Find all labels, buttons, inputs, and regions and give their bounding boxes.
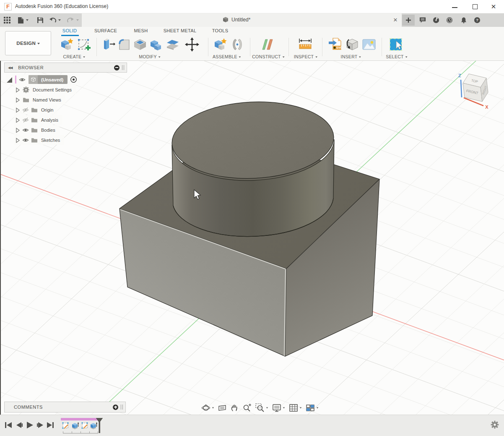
tab-mesh[interactable]: MESH bbox=[134, 28, 148, 33]
display-settings-button[interactable] bbox=[272, 403, 285, 413]
step-forward-button[interactable] bbox=[36, 421, 44, 429]
close-button[interactable]: ✕ bbox=[487, 2, 500, 12]
look-at-button[interactable] bbox=[218, 404, 226, 412]
create-primitive-button[interactable] bbox=[59, 37, 74, 52]
model-body[interactable] bbox=[120, 99, 379, 356]
viewports-button[interactable] bbox=[306, 403, 319, 413]
root-document-chip[interactable]: (Unsaved) bbox=[29, 75, 68, 84]
browser-item-analysis[interactable]: Analysis bbox=[14, 115, 62, 125]
combine-button[interactable] bbox=[148, 37, 164, 52]
orbit-caret[interactable] bbox=[212, 407, 214, 409]
go-to-start-button[interactable] bbox=[4, 421, 13, 429]
root-visibility-eye-icon[interactable] bbox=[19, 76, 26, 83]
viewport-canvas[interactable] bbox=[0, 61, 504, 415]
expand-icon[interactable] bbox=[14, 107, 21, 113]
zoom-window-caret[interactable] bbox=[266, 407, 268, 409]
browser-grip[interactable] bbox=[122, 65, 124, 70]
feedback-icon[interactable] bbox=[419, 17, 426, 23]
browser-root-row[interactable]: (Unsaved) bbox=[6, 74, 80, 85]
expand-icon[interactable] bbox=[14, 137, 21, 144]
viewcube[interactable]: TOP FRONT RIGHT Z X bbox=[455, 67, 501, 113]
minimize-button[interactable] bbox=[449, 2, 461, 12]
document-tab[interactable]: Untitled* ✕ bbox=[82, 13, 402, 27]
new-component-button[interactable] bbox=[212, 37, 227, 52]
comments-add-icon[interactable] bbox=[113, 405, 118, 410]
redo-caret[interactable] bbox=[76, 19, 79, 21]
help-icon[interactable]: ? bbox=[474, 17, 481, 23]
play-button[interactable] bbox=[26, 421, 34, 429]
root-expand-icon[interactable] bbox=[6, 76, 13, 83]
group-label-insert[interactable]: INSERT bbox=[340, 54, 361, 59]
root-activate-radio[interactable] bbox=[70, 76, 77, 83]
browser-minus-icon[interactable] bbox=[114, 65, 120, 70]
save-button[interactable] bbox=[37, 17, 44, 23]
fillet-button[interactable] bbox=[117, 37, 132, 52]
create-sketch-button[interactable] bbox=[76, 37, 91, 52]
timeline-settings-gear-icon[interactable] bbox=[491, 420, 499, 429]
move-button[interactable] bbox=[184, 37, 200, 52]
display-settings-caret[interactable] bbox=[283, 407, 285, 409]
tab-solid[interactable]: SOLID bbox=[62, 28, 77, 33]
group-label-select[interactable]: SELECT bbox=[386, 54, 408, 59]
comments-grip[interactable] bbox=[121, 405, 123, 410]
select-button[interactable] bbox=[388, 37, 403, 52]
undo-button[interactable] bbox=[49, 17, 56, 23]
zoom-window-button[interactable] bbox=[255, 403, 268, 413]
expand-icon[interactable] bbox=[14, 117, 21, 123]
expand-icon[interactable] bbox=[14, 86, 21, 93]
canvas-button[interactable] bbox=[361, 37, 377, 52]
timeline-sketch-2[interactable] bbox=[81, 421, 89, 430]
redo-button[interactable] bbox=[67, 17, 74, 23]
new-tab-button[interactable] bbox=[402, 15, 415, 26]
pan-button[interactable] bbox=[230, 404, 239, 412]
apps-grid-button[interactable] bbox=[4, 17, 11, 24]
browser-item-bodies[interactable]: Bodies bbox=[14, 125, 60, 135]
step-back-button[interactable] bbox=[15, 421, 23, 429]
tab-surface[interactable]: SURFACE bbox=[94, 28, 117, 33]
measure-button[interactable] bbox=[298, 37, 313, 52]
press-pull-button[interactable] bbox=[101, 37, 116, 52]
visibility-off-icon[interactable] bbox=[22, 117, 29, 123]
grid-display-caret[interactable] bbox=[300, 407, 302, 409]
maximize-button[interactable] bbox=[469, 2, 481, 12]
expand-icon[interactable] bbox=[14, 127, 21, 133]
zoom-button[interactable] bbox=[242, 403, 252, 413]
undo-caret[interactable] bbox=[58, 19, 61, 21]
timeline-extrude-1[interactable] bbox=[71, 421, 80, 430]
go-to-end-button[interactable] bbox=[46, 421, 55, 429]
extensions-icon[interactable] bbox=[433, 17, 439, 23]
group-label-construct[interactable]: CONSTRUCT bbox=[252, 54, 285, 59]
browser-panel-header[interactable]: ◀◀ BROWSER bbox=[4, 63, 127, 73]
browser-item-document-settings[interactable]: Document Settings bbox=[14, 85, 76, 94]
tab-sheet-metal[interactable]: SHEET METAL bbox=[164, 28, 197, 33]
browser-item-origin[interactable]: Origin bbox=[14, 105, 57, 115]
document-tab-close-icon[interactable]: ✕ bbox=[392, 17, 399, 23]
orbit-button[interactable] bbox=[201, 403, 214, 413]
workspace-selector-button[interactable]: DESIGN bbox=[5, 31, 51, 55]
insert-mesh-button[interactable] bbox=[345, 37, 360, 52]
notifications-icon[interactable] bbox=[460, 17, 467, 23]
insert-svg-button[interactable]: SVG bbox=[328, 37, 343, 52]
visibility-off-icon[interactable] bbox=[22, 107, 29, 113]
job-status-icon[interactable] bbox=[446, 17, 453, 23]
offset-face-button[interactable] bbox=[165, 37, 180, 52]
tab-tools[interactable]: TOOLS bbox=[212, 28, 229, 33]
expand-icon[interactable] bbox=[14, 97, 21, 103]
browser-collapse-icon[interactable]: ◀◀ bbox=[8, 66, 12, 70]
construct-plane-button[interactable] bbox=[260, 37, 275, 52]
browser-item-named-views[interactable]: Named Views bbox=[14, 95, 65, 104]
new-file-button[interactable] bbox=[18, 17, 24, 24]
visibility-on-icon[interactable] bbox=[22, 127, 29, 133]
group-label-modify[interactable]: MODIFY bbox=[139, 54, 161, 59]
timeline-group-bar[interactable] bbox=[61, 418, 99, 420]
grid-display-button[interactable] bbox=[289, 403, 302, 413]
group-label-create[interactable]: CREATE bbox=[63, 54, 86, 59]
shell-button[interactable] bbox=[132, 37, 148, 52]
group-label-inspect[interactable]: INSPECT bbox=[294, 54, 318, 59]
visibility-on-icon[interactable] bbox=[22, 137, 29, 144]
new-file-caret[interactable] bbox=[26, 19, 29, 21]
viewports-caret[interactable] bbox=[317, 407, 319, 409]
joint-button[interactable] bbox=[230, 37, 245, 52]
browser-item-sketches[interactable]: Sketches bbox=[14, 135, 64, 145]
timeline-sketch-1[interactable] bbox=[62, 421, 70, 430]
